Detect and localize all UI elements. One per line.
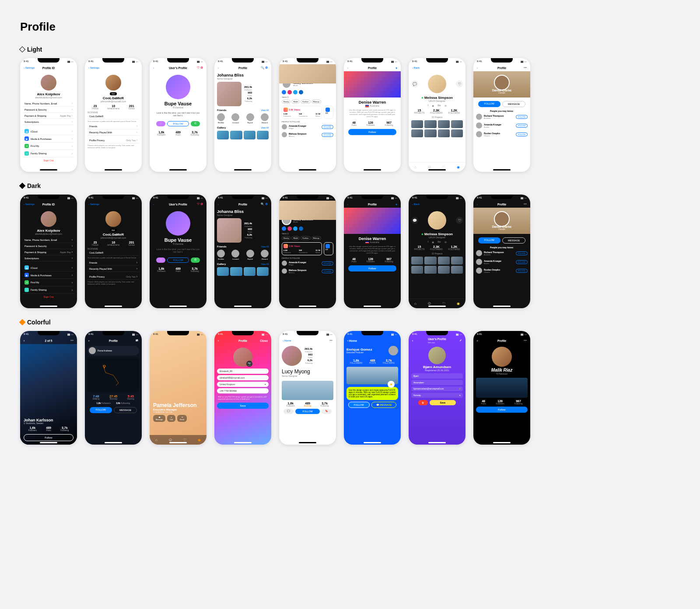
row-nickname[interactable]: CooLGaMeR bbox=[88, 114, 139, 119]
user-row[interactable]: Amanda KruegerWagerFOLLOW bbox=[282, 123, 333, 131]
instagram-icon[interactable]: ◉ bbox=[432, 240, 434, 244]
back[interactable]: ‹ bbox=[153, 203, 154, 205]
follow-button[interactable]: Follow bbox=[348, 129, 396, 135]
field-firstname[interactable]: Bjørn bbox=[411, 373, 463, 379]
back[interactable]: ‹ bbox=[477, 203, 478, 205]
row-recent[interactable]: Recently Played With› bbox=[88, 266, 139, 272]
back[interactable]: ‹ Back bbox=[412, 66, 420, 69]
save-button[interactable]: Save bbox=[217, 403, 269, 409]
follow-button[interactable]: FOLLOW bbox=[295, 409, 319, 414]
facebook-icon[interactable] bbox=[282, 226, 286, 231]
more-icon[interactable]: ⋯ bbox=[329, 339, 332, 342]
row-family[interactable]: ⌂Family Sharing› bbox=[23, 150, 74, 157]
back[interactable]: ‹ bbox=[347, 203, 348, 205]
tab-home[interactable]: ⌂ bbox=[414, 302, 416, 306]
edit-chip[interactable]: Edit bbox=[110, 92, 117, 95]
row-friends[interactable]: Friends› bbox=[88, 260, 139, 266]
avatar[interactable] bbox=[166, 75, 190, 99]
username-input[interactable]: Elizabeth_89 bbox=[217, 369, 269, 374]
linkedin-icon[interactable] bbox=[299, 226, 303, 231]
user-row[interactable]: Amanda KruegerWagerFOLLOW bbox=[282, 259, 333, 267]
message-icon[interactable]: 💬 bbox=[411, 217, 418, 224]
back[interactable]: ‹ bbox=[477, 66, 478, 69]
edit-chip[interactable]: Edit bbox=[110, 229, 117, 232]
row-family[interactable]: ⌂Family Sharing› bbox=[23, 286, 74, 294]
camera-icon[interactable]: 📷 bbox=[246, 361, 252, 367]
tag[interactable]: Model bbox=[291, 100, 300, 104]
more-icon[interactable]: ⋯ bbox=[524, 202, 527, 206]
heart-icon[interactable]: ♡ bbox=[456, 80, 463, 87]
row-findmy[interactable]: ⌖Find My› bbox=[23, 279, 74, 286]
back[interactable]: ‹ bbox=[477, 339, 478, 342]
more-icon[interactable]: ⋯ bbox=[70, 339, 74, 342]
follow-chip[interactable]: FOLLOW bbox=[322, 261, 333, 265]
facebook-icon[interactable]: f bbox=[427, 240, 428, 244]
back[interactable]: ‹ bbox=[412, 339, 413, 342]
follow-chip[interactable]: FOLLOW bbox=[516, 124, 528, 128]
dribbble-icon[interactable]: ⊚ bbox=[444, 104, 447, 107]
linkedin-icon[interactable] bbox=[299, 90, 303, 94]
map[interactable]: ⚲ bbox=[88, 357, 139, 392]
field-email[interactable]: bjornamundsen@securepmail.com⚠︎ bbox=[411, 386, 463, 391]
back[interactable]: ‹ Settings bbox=[88, 203, 99, 205]
row-nickname[interactable]: CooLGaMeR bbox=[88, 250, 139, 256]
more-icon[interactable]: ⋯ bbox=[524, 339, 527, 342]
large-avatar[interactable] bbox=[217, 218, 242, 243]
message-button[interactable]: 💬 MESSAGE bbox=[371, 402, 397, 408]
avatar[interactable] bbox=[41, 75, 56, 90]
back-home[interactable]: ‹ Home bbox=[347, 339, 357, 342]
user-row[interactable]: Melissa SimpsonMexicoFOLLOW bbox=[282, 267, 333, 275]
tab-shop[interactable]: ⛒ bbox=[428, 165, 431, 169]
follow-chip[interactable]: FOLLOW bbox=[516, 251, 528, 255]
row-password[interactable]: Password & Security› bbox=[23, 243, 74, 249]
row-subscriptions[interactable]: Subscriptions› bbox=[23, 119, 74, 125]
back-settings[interactable]: ‹ Settings bbox=[24, 66, 35, 69]
field-country[interactable]: Norway▾ bbox=[411, 393, 463, 398]
avatar[interactable] bbox=[428, 347, 446, 364]
tab-profile[interactable]: ◉ bbox=[457, 302, 460, 306]
like-button[interactable]: ♡ bbox=[156, 121, 165, 126]
instagram-icon[interactable] bbox=[287, 226, 292, 231]
row-subscriptions[interactable]: Subscriptions› bbox=[23, 255, 74, 261]
back[interactable]: ‹ Settings bbox=[88, 66, 99, 69]
avatar[interactable] bbox=[166, 211, 190, 236]
more-icon[interactable]: ⋯ bbox=[524, 66, 527, 70]
tag[interactable]: Fashion bbox=[301, 236, 310, 240]
follow-button[interactable]: Follow bbox=[24, 434, 74, 441]
tag[interactable]: Model bbox=[291, 236, 300, 240]
avatar[interactable] bbox=[428, 211, 446, 230]
follow-button[interactable]: FOLLOW bbox=[167, 258, 189, 263]
tab-wishlist[interactable]: ♡ bbox=[442, 302, 445, 306]
view-all[interactable]: View All bbox=[261, 263, 269, 265]
like-button[interactable]: ♡ bbox=[156, 258, 165, 263]
follow-chip[interactable]: FOLLOW bbox=[516, 115, 528, 119]
gallery[interactable] bbox=[217, 267, 269, 276]
projects-grid[interactable] bbox=[411, 120, 463, 137]
follow-button[interactable]: FOLLOW bbox=[90, 407, 112, 413]
message-button[interactable]: 💬Message bbox=[153, 415, 165, 422]
call-button[interactable]: ✆Call bbox=[167, 415, 175, 422]
follow-button[interactable]: Follow bbox=[476, 407, 528, 413]
facebook-icon[interactable] bbox=[282, 90, 286, 94]
row-media[interactable]: ▶Media & Purchases› bbox=[23, 271, 74, 279]
tab-home[interactable]: ⌂ bbox=[414, 165, 416, 169]
tab-shop[interactable]: ⛒ bbox=[428, 302, 431, 306]
avatar[interactable] bbox=[388, 346, 398, 355]
back[interactable]: ‹ Back bbox=[412, 203, 420, 205]
bookmark-button[interactable]: 🔖 bbox=[322, 409, 332, 414]
sign-out[interactable]: Sign Out bbox=[23, 294, 74, 300]
large-avatar[interactable] bbox=[217, 82, 242, 106]
behance-icon[interactable]: Bē bbox=[438, 104, 441, 107]
back[interactable]: ‹ bbox=[218, 339, 219, 342]
follow-chip[interactable]: FOLLOW bbox=[322, 133, 333, 137]
star-icon[interactable]: ★ bbox=[388, 381, 395, 388]
back[interactable]: ‹ bbox=[218, 66, 219, 69]
close[interactable]: Close bbox=[260, 339, 268, 342]
instagram-icon[interactable]: ◉ bbox=[432, 104, 434, 107]
message-icon[interactable]: 💬 bbox=[411, 80, 418, 87]
row-payment[interactable]: Payment & ShippingApple Pay › bbox=[23, 249, 74, 255]
back-home[interactable]: ‹ Home bbox=[283, 339, 291, 342]
avatar[interactable] bbox=[494, 75, 510, 90]
message-button[interactable]: 💬 bbox=[284, 409, 294, 414]
tab-profile[interactable]: ◉ bbox=[198, 438, 201, 442]
